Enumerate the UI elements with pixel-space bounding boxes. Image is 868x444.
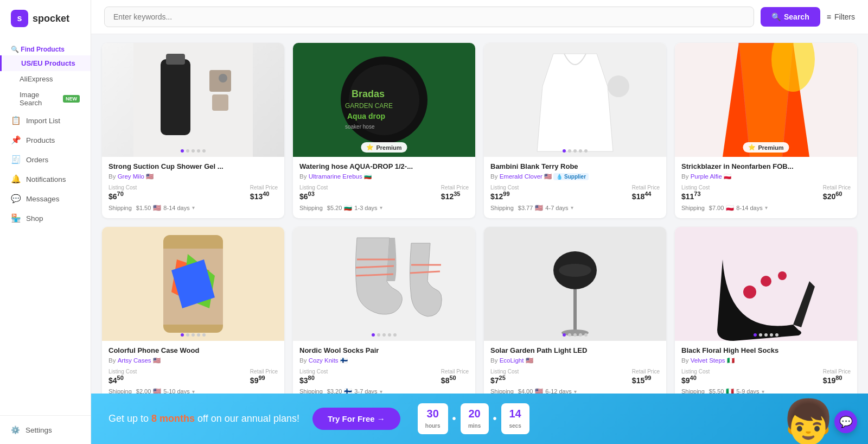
listing-cost-value: $725 xyxy=(490,375,519,385)
shipping-days: 5-9 days xyxy=(736,388,759,394)
product-info: Solar Garden Path Light LED By EcoLight … xyxy=(484,341,666,394)
seller-link[interactable]: Cozy Knits xyxy=(309,357,339,364)
listing-cost-value: $380 xyxy=(299,375,328,385)
filters-button[interactable]: ≡ Filters xyxy=(827,12,855,21)
image-dots xyxy=(754,333,778,337)
shipping-cost: $5.20 xyxy=(327,205,342,211)
listing-cost-block: Listing Cost $603 xyxy=(299,185,328,201)
product-image xyxy=(102,43,284,157)
product-card[interactable]: Solar Garden Path Light LED By EcoLight … xyxy=(484,227,666,394)
seller-link[interactable]: Purple Alfie xyxy=(691,173,722,180)
listing-cost-value: $603 xyxy=(299,191,328,201)
shipping-chevron-icon[interactable]: ▾ xyxy=(380,205,382,211)
shipping-days: 3-7 days xyxy=(354,388,377,394)
search-btn-icon: 🔍 xyxy=(771,12,781,21)
seller-link[interactable]: EcoLight xyxy=(500,357,524,364)
sidebar-item-image-search[interactable]: Image Search NEW xyxy=(0,87,91,111)
sidebar-item-notifications[interactable]: 🔔 Notifications xyxy=(0,169,91,189)
retail-price-value: $2060 xyxy=(823,191,851,201)
listing-cost-block: Listing Cost $450 xyxy=(108,369,137,385)
product-info: Strong Suction Cup Shower Gel ... By Gre… xyxy=(102,157,284,218)
price-row: Listing Cost $725 Retail Price $1599 xyxy=(490,369,660,385)
sidebar-item-find-products[interactable]: 🔍 Find Products xyxy=(0,41,91,55)
shipping-cost: $7.00 xyxy=(709,205,724,211)
shipping-chevron-icon[interactable]: ▾ xyxy=(380,389,382,394)
listing-cost-label: Listing Cost xyxy=(490,185,519,191)
sidebar-item-settings[interactable]: ⚙️ Settings xyxy=(11,422,80,437)
svg-rect-1 xyxy=(161,59,190,135)
listing-cost-block: Listing Cost $1173 xyxy=(681,185,710,201)
sidebar-item-messages[interactable]: 💬 Messages xyxy=(0,189,91,208)
shipping-chevron-icon[interactable]: ▾ xyxy=(765,205,768,211)
sidebar-item-aliexpress[interactable]: AliExpress xyxy=(0,71,91,87)
search-icon: 🔍 xyxy=(11,46,19,53)
logo-text: spocket xyxy=(33,13,69,24)
product-card[interactable]: Strong Suction Cup Shower Gel ... By Gre… xyxy=(102,43,284,218)
search-input[interactable] xyxy=(104,7,754,27)
search-button[interactable]: 🔍 Search xyxy=(761,7,820,27)
product-card[interactable]: Nordic Wool Socks Pair By Cozy Knits 🇫🇮 … xyxy=(293,227,475,394)
filters-icon: ≡ xyxy=(827,12,831,21)
shipping-row: Shipping $7.00 🇵🇱 8-14 days ▾ xyxy=(681,204,851,212)
listing-cost-label: Listing Cost xyxy=(490,369,519,375)
sidebar-item-import-list[interactable]: 📋 Import List xyxy=(0,111,91,130)
shipping-chevron-icon[interactable]: ▾ xyxy=(192,389,195,394)
price-row: Listing Cost $450 Retail Price $999 xyxy=(108,369,278,385)
shipping-flag: 🇺🇸 xyxy=(535,388,543,394)
messages-icon: 💬 xyxy=(11,194,21,204)
sidebar-item-orders[interactable]: 🧾 Orders xyxy=(0,150,91,169)
product-info: Bambini Blank Terry Robe By Emerald Clov… xyxy=(484,157,666,218)
svg-point-36 xyxy=(778,271,787,280)
product-card[interactable]: Colorful Phone Case Wood By Artsy Cases … xyxy=(102,227,284,394)
svg-point-34 xyxy=(743,286,756,299)
product-card[interactable]: Black Floral High Heel Socks By Velvet S… xyxy=(675,227,857,394)
retail-price-label: Retail Price xyxy=(441,185,469,191)
shipping-cost: $5.50 xyxy=(709,388,724,394)
product-title: Black Floral High Heel Socks xyxy=(681,346,851,354)
seller-link[interactable]: Artsy Cases xyxy=(118,357,151,364)
seller-link[interactable]: Emerald Clover xyxy=(500,173,542,180)
logo-area[interactable]: s spocket xyxy=(0,0,91,37)
sidebar-item-shop[interactable]: 🏪 Shop xyxy=(0,208,91,228)
listing-cost-value: $940 xyxy=(681,375,710,385)
svg-rect-2 xyxy=(166,54,185,65)
retail-price-label: Retail Price xyxy=(632,185,660,191)
listing-cost-label: Listing Cost xyxy=(108,369,137,375)
shipping-chevron-icon[interactable]: ▾ xyxy=(192,205,195,211)
shipping-label: Shipping xyxy=(299,388,323,394)
listing-cost-label: Listing Cost xyxy=(299,369,328,375)
retail-price-label: Retail Price xyxy=(632,369,660,375)
seller-link[interactable]: Velvet Steps xyxy=(691,357,725,364)
listing-cost-value: $1299 xyxy=(490,191,519,201)
shipping-flag: 🇺🇸 xyxy=(535,204,543,212)
product-card[interactable]: Bambini Blank Terry Robe By Emerald Clov… xyxy=(484,43,666,218)
shipping-flag: 🇵🇱 xyxy=(726,204,734,212)
chat-bubble-button[interactable]: 💬 xyxy=(834,410,857,433)
product-title: Strickblazer in Neonfarben FOB... xyxy=(681,162,851,170)
shipping-chevron-icon[interactable]: ▾ xyxy=(574,389,577,394)
product-image xyxy=(102,227,284,341)
product-card[interactable]: ⭐ Premium Strickblazer in Neonfarben FOB… xyxy=(675,43,857,218)
price-row: Listing Cost $603 Retail Price $1235 xyxy=(299,185,469,201)
seller-link[interactable]: Grey Milo xyxy=(118,173,144,180)
orders-icon: 🧾 xyxy=(11,155,21,164)
product-seller: By Velvet Steps 🇮🇹 xyxy=(681,357,851,364)
shipping-chevron-icon[interactable]: ▾ xyxy=(762,389,764,394)
retail-price-block: Retail Price $1599 xyxy=(632,369,660,385)
sidebar-item-products[interactable]: 📌 Products xyxy=(0,130,91,150)
countdown-dot-2: • xyxy=(493,413,497,425)
shipping-flag: 🇫🇮 xyxy=(344,388,352,394)
product-title: Colorful Phone Case Wood xyxy=(108,346,278,354)
chat-icon: 💬 xyxy=(839,415,853,428)
try-for-free-button[interactable]: Try For Free → xyxy=(312,408,400,430)
seller-link[interactable]: Ultramarine Erebus xyxy=(309,173,362,180)
product-image xyxy=(484,43,666,157)
sidebar-bottom: ⚙️ Settings xyxy=(0,415,91,444)
sidebar-item-us-eu-products[interactable]: US/EU Products xyxy=(0,55,91,71)
shipping-chevron-icon[interactable]: ▾ xyxy=(571,205,573,211)
countdown-mins: 20 mins xyxy=(461,403,489,434)
premium-badge: ⭐ Premium xyxy=(743,142,789,153)
product-card[interactable]: BradasGARDEN CAREAqua dropsoaker hose ⭐ … xyxy=(293,43,475,218)
countdown-secs: 14 secs xyxy=(501,403,529,434)
product-image xyxy=(293,227,475,341)
